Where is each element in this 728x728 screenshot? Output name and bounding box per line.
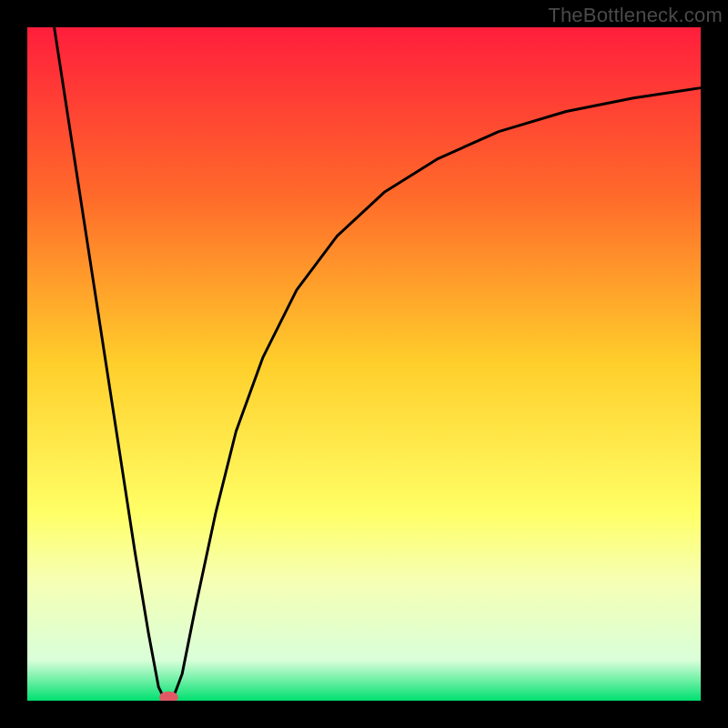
chart-svg — [27, 27, 701, 701]
gradient-background — [27, 27, 701, 701]
plot-area — [27, 27, 701, 701]
watermark-text: TheBottleneck.com — [548, 4, 723, 27]
chart-frame: TheBottleneck.com — [0, 0, 728, 728]
